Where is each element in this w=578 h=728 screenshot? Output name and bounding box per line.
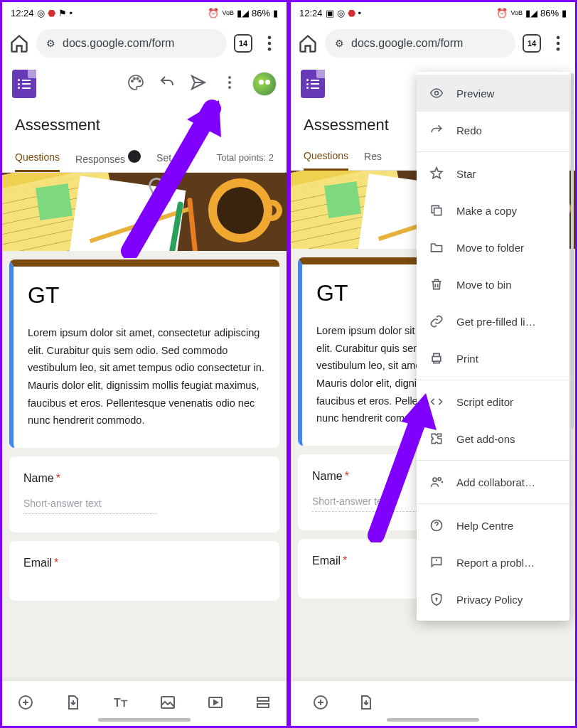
add-question-icon[interactable] xyxy=(312,694,329,714)
url-bar[interactable]: ⚙ docs.google.com/form xyxy=(36,29,227,58)
status-bar: 12:24 ◎ ⬣ ⚑ • ⏰ VoB ▮◢ 86% ▮ xyxy=(2,2,287,23)
lte-icon: VoB xyxy=(222,9,234,16)
svg-point-6 xyxy=(139,80,140,82)
menu-prefill[interactable]: Get pre-filled li… xyxy=(417,303,569,340)
svg-point-16 xyxy=(557,36,560,40)
phone-left: 12:24 ◎ ⬣ ⚑ • ⏰ VoB ▮◢ 86% ▮ ⚙ docs.goog… xyxy=(0,0,289,728)
menu-copy[interactable]: Make a copy xyxy=(417,192,569,229)
tab-count[interactable]: 14 xyxy=(523,34,541,53)
status-time: 12:24 xyxy=(299,8,323,18)
palette-icon[interactable] xyxy=(127,74,144,94)
video-icon[interactable] xyxy=(207,694,224,714)
svg-rect-14 xyxy=(257,697,269,701)
tab-responses[interactable]: Res xyxy=(364,144,382,169)
svg-point-7 xyxy=(228,76,231,79)
form-header-desc[interactable]: Lorem ipsum dolor sit amet, consectetur … xyxy=(28,324,265,429)
short-answer-placeholder: Short-answer text xyxy=(23,498,156,514)
battery-percent: 86% xyxy=(252,8,270,18)
home-icon[interactable] xyxy=(9,33,29,53)
menu-bin[interactable]: Move to bin xyxy=(417,266,569,303)
section-icon[interactable] xyxy=(255,694,272,714)
svg-rect-26 xyxy=(432,357,441,362)
avatar[interactable] xyxy=(252,72,277,96)
instagram-icon: ◎ xyxy=(337,8,345,18)
stop-icon: ⬣ xyxy=(48,8,55,18)
svg-point-1 xyxy=(268,42,272,46)
more-icon[interactable] xyxy=(259,33,279,53)
menu-script[interactable]: Script editor xyxy=(417,383,569,420)
title-card[interactable]: GT Lorem ipsum dolor sit amet, consectet… xyxy=(9,259,279,448)
tab-count[interactable]: 14 xyxy=(234,34,252,53)
scrollbar[interactable] xyxy=(571,73,574,429)
url-text: docs.google.com/form xyxy=(351,37,463,50)
import-icon[interactable] xyxy=(65,694,82,714)
svg-point-27 xyxy=(433,478,437,481)
site-settings-icon: ⚙ xyxy=(46,38,55,49)
send-icon[interactable] xyxy=(190,74,207,94)
question-card-email[interactable]: Email* xyxy=(9,541,279,601)
overflow-icon[interactable] xyxy=(221,74,238,94)
menu-redo[interactable]: Redo xyxy=(417,112,569,149)
tab-questions[interactable]: Questions xyxy=(304,143,348,171)
nav-pill xyxy=(387,718,479,722)
phone-right: 12:24 ▣ ◎ ⬣ • ⏰ VoB ▮◢ 86% ▮ ⚙ docs.goog… xyxy=(289,0,577,728)
svg-point-18 xyxy=(557,48,560,51)
stop-icon: ⬣ xyxy=(348,8,355,18)
svg-rect-25 xyxy=(434,208,441,215)
menu-collab[interactable]: Add collaborat… xyxy=(417,464,569,500)
menu-help[interactable]: Help Centre xyxy=(417,507,569,544)
svg-point-8 xyxy=(228,81,231,84)
alarm-icon: ⏰ xyxy=(208,8,219,18)
signal-icon: ▮◢ xyxy=(525,8,537,18)
more-icon[interactable] xyxy=(548,33,568,53)
form-header-title[interactable]: GT xyxy=(28,282,265,309)
home-icon[interactable] xyxy=(298,33,318,53)
alarm-icon: ⏰ xyxy=(496,8,508,18)
flag-icon: ⚑ xyxy=(58,8,67,18)
form-header-image xyxy=(2,173,287,251)
svg-rect-15 xyxy=(257,704,269,707)
tabs: Questions Responses Set Total points: 2 xyxy=(2,143,287,173)
url-text: docs.google.com/form xyxy=(63,37,174,50)
tab-questions[interactable]: Questions xyxy=(15,144,60,172)
add-question-icon[interactable] xyxy=(17,694,34,714)
menu-move[interactable]: Move to folder xyxy=(417,229,569,266)
status-bar: 12:24 ▣ ◎ ⬣ • ⏰ VoB ▮◢ 86% ▮ xyxy=(291,2,575,23)
browser-toolbar: ⚙ docs.google.com/form 14 xyxy=(2,23,287,63)
tab-settings[interactable]: Set xyxy=(156,145,171,171)
responses-badge xyxy=(128,150,141,163)
svg-point-2 xyxy=(268,48,272,51)
url-bar[interactable]: ⚙ docs.google.com/form xyxy=(325,29,515,58)
site-settings-icon: ⚙ xyxy=(335,38,344,49)
question-label[interactable]: Email* xyxy=(23,557,265,569)
svg-point-30 xyxy=(436,598,437,599)
status-time: 12:24 xyxy=(11,8,34,18)
svg-point-3 xyxy=(132,80,133,82)
forms-logo-icon[interactable] xyxy=(12,70,36,98)
question-label[interactable]: Name* xyxy=(23,472,265,485)
menu-print[interactable]: Print xyxy=(417,340,569,377)
svg-text:Tᴛ: Tᴛ xyxy=(114,697,128,709)
svg-point-24 xyxy=(435,92,439,95)
question-card-name[interactable]: Name* Short-answer text xyxy=(9,456,279,532)
image-icon[interactable] xyxy=(159,694,176,714)
forms-logo-icon[interactable] xyxy=(301,70,325,98)
svg-point-0 xyxy=(268,36,272,40)
menu-report[interactable]: Report a probl… xyxy=(417,544,569,581)
text-icon[interactable]: Tᴛ xyxy=(112,694,129,714)
svg-point-4 xyxy=(134,77,135,79)
form-title[interactable]: Assessment xyxy=(2,105,287,143)
forms-app-bar xyxy=(2,63,287,105)
menu-privacy[interactable]: Privacy Policy xyxy=(417,581,569,618)
menu-preview[interactable]: Preview xyxy=(417,75,569,112)
nav-pill xyxy=(98,718,191,722)
undo-icon[interactable] xyxy=(159,74,176,94)
import-icon[interactable] xyxy=(358,694,375,714)
form-content: GT Lorem ipsum dolor sit amet, consectet… xyxy=(2,173,287,695)
tab-responses[interactable]: Responses xyxy=(75,143,141,172)
screenshot-icon: ▣ xyxy=(326,8,334,18)
browser-toolbar: ⚙ docs.google.com/form 14 xyxy=(291,23,575,63)
menu-addons[interactable]: Get add-ons xyxy=(417,420,569,457)
menu-star[interactable]: Star xyxy=(417,155,569,192)
signal-icon: ▮◢ xyxy=(237,8,249,18)
